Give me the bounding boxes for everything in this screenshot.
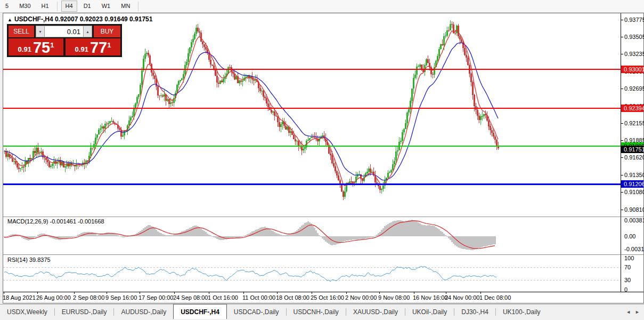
macd-histogram-bar	[429, 225, 430, 236]
candle-body	[478, 116, 480, 120]
tab-scroll-arrows: ◄►	[626, 305, 644, 319]
candle-body	[221, 81, 223, 82]
candle-body	[312, 137, 314, 138]
candle-body	[470, 74, 472, 82]
candle-body	[132, 116, 133, 117]
timeframe-button-d1[interactable]: D1	[79, 1, 95, 12]
chart-tab-usdcad-[interactable]: USDCAD-,Daily	[227, 305, 286, 319]
candle-body	[101, 126, 103, 129]
macd-histogram-bar	[373, 236, 374, 237]
macd-histogram-bar	[264, 227, 266, 236]
candle-body	[92, 148, 93, 148]
buy-price-big: 77	[90, 41, 107, 54]
macd-histogram-bar	[77, 235, 79, 236]
candle-body	[271, 110, 272, 113]
chart-tab-xauusd-[interactable]: XAUUSD-,Daily	[346, 305, 405, 319]
macd-histogram-bar	[175, 234, 176, 236]
candle-body	[395, 151, 397, 161]
chart-ohlc-values: 0.92007 0.92023 0.91649 0.91751	[55, 15, 153, 23]
candle-body	[111, 121, 112, 122]
price-tick-label: 0.91620	[624, 154, 644, 161]
timeframe-button-h1[interactable]: H1	[37, 1, 53, 12]
chart-tab-ukoil-[interactable]: UKOil-,Daily	[405, 305, 454, 319]
price-axis[interactable]: 0.937750.935050.932350.929650.926950.924…	[621, 13, 643, 292]
candle-body	[95, 138, 96, 144]
time-tick-label: 11 Oct 00:00	[242, 294, 275, 301]
volume-decrease-icon[interactable]: ▼	[36, 26, 45, 37]
macd-histogram-bar	[477, 236, 478, 249]
tab-scroll-right-icon[interactable]: ►	[635, 309, 640, 315]
timeframe-button-h4[interactable]: H4	[61, 1, 77, 12]
chart-title: ▲USDCHF-,H4 0.92007 0.92023 0.91649 0.91…	[7, 15, 152, 23]
sell-button[interactable]: SELL	[9, 26, 34, 37]
candle-body	[458, 26, 459, 36]
candle-wick	[297, 140, 297, 146]
volume-input[interactable]	[45, 26, 83, 37]
tab-scroll-left-icon[interactable]: ◄	[626, 309, 631, 315]
chart-plot-region[interactable]: ▲USDCHF-,H4 0.92007 0.92023 0.91649 0.91…	[3, 13, 621, 292]
candle-body	[199, 31, 200, 33]
timeframe-button-mn[interactable]: MN	[117, 1, 134, 12]
macd-histogram-bar	[180, 233, 181, 236]
macd-histogram-bar	[354, 236, 355, 239]
candle-body	[456, 26, 458, 33]
candle-body	[406, 113, 408, 123]
time-axis[interactable]: 18 Aug 202126 Aug 00:002 Sep 08:009 Sep …	[3, 292, 643, 303]
macd-histogram-bar	[467, 236, 469, 250]
chart-tab-usdchf-[interactable]: USDCHF-,H4	[173, 304, 227, 319]
chart-tab-usdcnh-[interactable]: USDCNH-,Daily	[287, 305, 346, 319]
macd-histogram-bar	[366, 236, 368, 238]
candle-body	[144, 54, 146, 59]
sell-price-sup: 1	[50, 41, 54, 49]
macd-histogram-bar	[112, 234, 114, 236]
macd-histogram-bar	[474, 236, 475, 250]
candle-body	[136, 97, 138, 103]
chart-tab-uk100-[interactable]: UK100-,Daily	[496, 305, 548, 319]
candle-wick	[449, 27, 449, 31]
macd-histogram-bar	[74, 236, 76, 237]
candle-body	[168, 99, 170, 105]
macd-histogram-bar	[285, 235, 287, 236]
macd-histogram-bar	[299, 227, 301, 236]
sell-price-display[interactable]: 0.91 75 1	[9, 38, 63, 55]
price-tick-mark	[621, 37, 623, 37]
time-tick-label: 1 Oct 16:00	[208, 294, 238, 301]
macd-histogram-bar	[245, 235, 247, 236]
chart-tab-audusd-[interactable]: AUDUSD-,Daily	[114, 305, 173, 319]
timeframe-button-m30[interactable]: M30	[15, 1, 35, 12]
candle-body	[192, 39, 194, 42]
timeframe-button-w1[interactable]: W1	[97, 1, 115, 12]
candle-body	[311, 137, 312, 138]
price-tick-mark	[621, 140, 623, 141]
macd-histogram-bar	[363, 236, 365, 239]
macd-histogram-bar	[124, 236, 125, 237]
macd-histogram-bar	[210, 235, 211, 236]
macd-histogram-bar	[149, 225, 151, 236]
time-tick-mark	[209, 292, 209, 294]
candle-body	[290, 131, 291, 133]
timeframe-toolbar: 5M30H1H4D1W1MN	[0, 0, 644, 13]
macd-histogram-bar	[119, 236, 120, 236]
volume-increase-icon[interactable]: ▲	[83, 26, 92, 37]
macd-histogram-bar	[434, 226, 435, 236]
chart-tab-dj30-[interactable]: DJ30-,H4	[454, 305, 495, 319]
candle-body	[223, 79, 224, 82]
macd-histogram-bar	[116, 235, 117, 236]
buy-price-display[interactable]: 0.91 77 1	[66, 38, 120, 55]
chart-tab-usdx[interactable]: USDX,Weekly	[0, 305, 54, 319]
candle-body	[343, 191, 344, 197]
candle-wick	[314, 132, 315, 139]
timeframe-button-5[interactable]: 5	[1, 1, 13, 12]
candle-body	[427, 59, 429, 63]
macd-histogram-bar	[167, 235, 168, 236]
candle-body	[18, 167, 20, 170]
rsi-axis-label: 30	[624, 277, 631, 284]
macd-histogram-bar	[48, 236, 50, 237]
macd-histogram-bar	[203, 231, 205, 236]
collapse-panel-icon[interactable]: ▲	[7, 17, 12, 22]
candle-body	[122, 135, 124, 137]
chart-tab-eurusd-[interactable]: EURUSD-,Daily	[55, 305, 114, 319]
buy-button[interactable]: BUY	[94, 26, 120, 37]
candle-body	[40, 151, 42, 153]
macd-histogram-bar	[173, 235, 175, 236]
